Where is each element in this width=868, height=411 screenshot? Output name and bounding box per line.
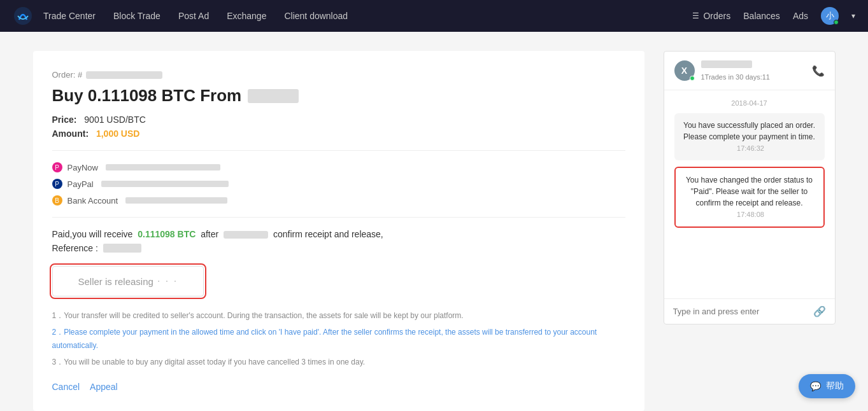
order-label: Order: # xyxy=(52,70,625,80)
chat-bubble-2: You have changed the order status to "Pa… xyxy=(674,167,825,228)
logo[interactable] xyxy=(13,6,33,26)
svg-point-0 xyxy=(14,7,32,25)
main-content: Order: # Buy 0.111098 BTC From Price: 90… xyxy=(20,32,848,411)
orders-icon: ☰ xyxy=(692,11,699,20)
confirm-blur xyxy=(224,231,268,239)
paynow-label: PayNow xyxy=(68,163,98,172)
chat-header: X 1Trades in 30 days:11 📞 xyxy=(664,52,835,90)
chat-user-info: 1Trades in 30 days:11 xyxy=(701,60,806,81)
bank-icon: B xyxy=(52,195,62,206)
action-links: Cancel Appeal xyxy=(52,382,625,392)
seller-name-blur xyxy=(248,89,299,103)
chat-messages: 2018-04-17 You have successfully placed … xyxy=(664,90,835,298)
nav-trade-center[interactable]: Trade Center xyxy=(43,11,96,21)
payment-paynow: P PayNow xyxy=(52,162,625,172)
releasing-dots: · · · xyxy=(157,275,178,287)
paynow-icon: P xyxy=(52,162,62,172)
chat-date: 2018-04-17 xyxy=(674,99,825,107)
releasing-button: Seller is releasing · · · xyxy=(52,266,204,296)
appeal-link[interactable]: Appeal xyxy=(90,382,118,392)
chat-avatar: X xyxy=(674,60,695,81)
bank-label: Bank Account xyxy=(68,196,118,206)
nav-right: ☰ Orders Balances Ads 小 ▾ xyxy=(692,7,855,25)
navbar: Trade Center Block Trade Post Ad Exchang… xyxy=(0,0,868,32)
order-title: Buy 0.111098 BTC From xyxy=(52,86,625,106)
ref-blur xyxy=(103,244,141,253)
amount-row: Amount: 1,000 USD xyxy=(52,129,625,139)
chat-bubble-1: You have successfully placed an order. P… xyxy=(674,113,825,160)
divider-2 xyxy=(52,217,625,218)
order-id-blur xyxy=(86,71,162,79)
nav-block-trade[interactable]: Block Trade xyxy=(113,11,160,21)
user-online-indicator xyxy=(834,20,839,25)
cancel-link[interactable]: Cancel xyxy=(52,382,80,392)
help-label: 帮助 xyxy=(826,380,844,392)
receive-text: Paid,you will receive 0.111098 BTC after… xyxy=(52,229,625,239)
help-icon: 💬 xyxy=(810,381,821,391)
payment-paypal: P PayPal xyxy=(52,179,625,189)
chat-username-blur xyxy=(701,60,752,68)
chat-panel: X 1Trades in 30 days:11 📞 2018-04-17 You… xyxy=(664,51,836,324)
phone-icon[interactable]: 📞 xyxy=(812,65,825,77)
nav-ads[interactable]: Ads xyxy=(793,11,808,21)
payment-bank: B Bank Account xyxy=(52,195,625,206)
chat-input-row[interactable]: 🔗 xyxy=(664,298,835,324)
user-dropdown-chevron[interactable]: ▾ xyxy=(851,11,855,20)
reference-row: Reference : xyxy=(52,243,625,253)
nav-balances[interactable]: Balances xyxy=(743,11,780,21)
nav-post-ad[interactable]: Post Ad xyxy=(178,11,209,21)
divider-1 xyxy=(52,150,625,151)
user-avatar[interactable]: 小 xyxy=(821,7,839,25)
attach-icon[interactable]: 🔗 xyxy=(813,305,826,317)
left-panel: Order: # Buy 0.111098 BTC From Price: 90… xyxy=(33,51,644,411)
bank-details-blur xyxy=(125,197,227,204)
nav-exchange[interactable]: Exchange xyxy=(227,11,266,21)
nav-client-download[interactable]: Client download xyxy=(284,11,348,21)
nav-orders[interactable]: ☰ Orders xyxy=(692,11,730,21)
paynow-details-blur xyxy=(106,164,220,171)
paypal-details-blur xyxy=(101,181,229,187)
paypal-label: PayPal xyxy=(68,179,94,189)
chat-input[interactable] xyxy=(673,307,808,316)
instructions: 1．Your transfer will be credited to sell… xyxy=(52,309,625,369)
help-button[interactable]: 💬 帮助 xyxy=(799,374,855,398)
chat-online-dot xyxy=(690,76,695,81)
price-row: Price: 9001 USD/BTC xyxy=(52,115,625,125)
paypal-icon: P xyxy=(52,179,62,189)
chat-trades: 1Trades in 30 days:11 xyxy=(701,73,806,81)
nav-links: Trade Center Block Trade Post Ad Exchang… xyxy=(43,11,692,21)
